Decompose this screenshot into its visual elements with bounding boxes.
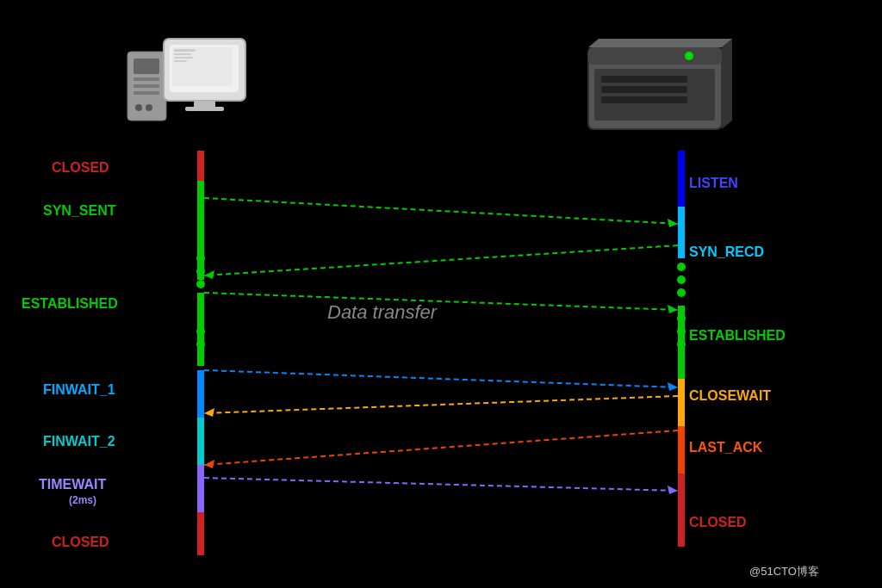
svg-point-44 bbox=[677, 327, 686, 336]
svg-text:(2ms): (2ms) bbox=[69, 494, 96, 506]
svg-text:CLOSED: CLOSED bbox=[52, 535, 109, 549]
svg-line-53 bbox=[204, 293, 678, 310]
svg-rect-14 bbox=[174, 57, 193, 59]
svg-line-59 bbox=[204, 430, 678, 465]
svg-rect-30 bbox=[197, 293, 204, 366]
svg-text:FINWAIT_2: FINWAIT_2 bbox=[43, 434, 115, 449]
svg-rect-12 bbox=[174, 49, 196, 52]
svg-text:CLOSED: CLOSED bbox=[52, 160, 109, 175]
svg-text:ESTABLISHED: ESTABLISHED bbox=[22, 296, 118, 311]
svg-rect-11 bbox=[172, 47, 233, 86]
svg-rect-47 bbox=[678, 426, 685, 473]
svg-rect-42 bbox=[678, 306, 685, 379]
svg-text:SYN_RECD: SYN_RECD bbox=[689, 244, 764, 259]
svg-rect-35 bbox=[197, 465, 204, 512]
svg-rect-10 bbox=[185, 107, 224, 111]
svg-marker-52 bbox=[204, 270, 214, 279]
svg-point-22 bbox=[685, 52, 693, 60]
svg-rect-48 bbox=[678, 473, 685, 547]
svg-marker-58 bbox=[204, 408, 214, 417]
svg-text:ESTABLISHED: ESTABLISHED bbox=[689, 328, 786, 343]
svg-marker-60 bbox=[204, 460, 214, 468]
svg-rect-36 bbox=[197, 512, 204, 555]
svg-rect-2 bbox=[134, 77, 159, 81]
svg-rect-18 bbox=[594, 69, 715, 121]
svg-line-61 bbox=[204, 478, 678, 491]
svg-rect-15 bbox=[174, 60, 187, 62]
svg-rect-16 bbox=[588, 47, 722, 129]
svg-text:TIMEWAIT: TIMEWAIT bbox=[39, 477, 106, 492]
svg-rect-19 bbox=[601, 76, 687, 83]
svg-rect-17 bbox=[588, 47, 722, 65]
svg-text:CLOSED: CLOSED bbox=[689, 515, 747, 529]
svg-rect-37 bbox=[678, 151, 685, 207]
svg-point-6 bbox=[146, 104, 152, 111]
diagram-container: CLOSED SYN_SENT ESTABLISHED FINWAIT_1 FI… bbox=[0, 0, 882, 588]
svg-text:SYN_SENT: SYN_SENT bbox=[43, 203, 116, 218]
svg-rect-33 bbox=[197, 370, 204, 418]
svg-rect-25 bbox=[197, 151, 204, 181]
svg-text:LISTEN: LISTEN bbox=[689, 176, 738, 190]
svg-text:CLOSEWAIT: CLOSEWAIT bbox=[689, 388, 771, 403]
svg-rect-0 bbox=[127, 52, 166, 121]
svg-marker-62 bbox=[668, 486, 678, 494]
svg-point-28 bbox=[196, 267, 205, 275]
svg-rect-3 bbox=[134, 84, 159, 88]
svg-point-45 bbox=[677, 340, 686, 349]
svg-text:FINWAIT_1: FINWAIT_1 bbox=[43, 382, 115, 397]
svg-point-40 bbox=[677, 275, 686, 284]
svg-rect-8 bbox=[170, 45, 239, 92]
svg-rect-46 bbox=[678, 379, 685, 426]
svg-marker-50 bbox=[668, 219, 678, 227]
svg-point-41 bbox=[677, 288, 686, 297]
svg-rect-38 bbox=[678, 207, 685, 258]
svg-rect-34 bbox=[197, 418, 204, 465]
svg-text:Data transfer: Data transfer bbox=[327, 301, 438, 323]
svg-line-49 bbox=[204, 198, 678, 224]
svg-point-27 bbox=[196, 254, 205, 263]
svg-rect-13 bbox=[174, 53, 191, 55]
svg-rect-7 bbox=[164, 39, 245, 101]
svg-marker-54 bbox=[668, 305, 678, 313]
svg-rect-20 bbox=[601, 86, 687, 93]
svg-point-43 bbox=[677, 314, 686, 323]
svg-point-39 bbox=[677, 263, 686, 271]
svg-marker-56 bbox=[668, 382, 678, 391]
svg-rect-1 bbox=[134, 59, 159, 74]
svg-marker-24 bbox=[588, 39, 732, 47]
svg-point-5 bbox=[135, 104, 142, 111]
svg-text:@51CTO博客: @51CTO博客 bbox=[749, 565, 819, 578]
timeline-svg: CLOSED SYN_SENT ESTABLISHED FINWAIT_1 FI… bbox=[0, 0, 882, 588]
svg-line-55 bbox=[204, 370, 678, 387]
svg-rect-21 bbox=[601, 96, 687, 103]
svg-point-29 bbox=[196, 280, 205, 288]
svg-rect-4 bbox=[134, 91, 159, 95]
svg-rect-9 bbox=[194, 101, 215, 108]
svg-point-32 bbox=[196, 340, 205, 349]
svg-marker-23 bbox=[722, 39, 732, 129]
svg-point-31 bbox=[196, 327, 205, 336]
svg-line-51 bbox=[204, 245, 678, 275]
svg-rect-26 bbox=[197, 181, 204, 280]
svg-line-57 bbox=[204, 396, 678, 413]
svg-text:LAST_ACK: LAST_ACK bbox=[689, 440, 763, 455]
